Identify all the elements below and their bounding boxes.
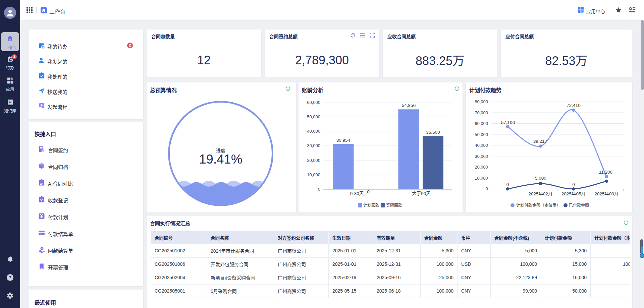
svg-text:2025年02月: 2025年02月: [528, 191, 552, 196]
svg-text:0: 0: [486, 186, 488, 191]
svg-text:5,000: 5,000: [535, 176, 546, 181]
svg-text:57,100: 57,100: [501, 120, 515, 125]
svg-text:60,000: 60,000: [307, 100, 320, 105]
svg-text:0-30天: 0-30天: [350, 191, 364, 196]
svg-text:计划回款: 计划回款: [363, 203, 379, 208]
svg-text:0: 0: [367, 189, 370, 194]
svg-text:0: 0: [506, 182, 509, 187]
svg-text:2025年09月: 2025年09月: [594, 191, 619, 196]
svg-text:50,000: 50,000: [475, 132, 488, 137]
svg-text:2025年05月: 2025年05月: [561, 191, 586, 196]
svg-text:50,000: 50,000: [307, 114, 320, 119]
svg-text:60,000: 60,000: [475, 121, 488, 126]
svg-text:30,000: 30,000: [307, 143, 320, 148]
svg-text:30,000: 30,000: [475, 154, 488, 159]
svg-text:实际回款: 实际回款: [386, 203, 402, 208]
svg-text:36,500: 36,500: [426, 130, 440, 135]
svg-text:0: 0: [318, 187, 320, 192]
svg-text:54,856: 54,856: [402, 103, 416, 108]
svg-text:20,000: 20,000: [475, 165, 488, 170]
svg-text:19.41%: 19.41%: [199, 152, 243, 166]
svg-text:40,000: 40,000: [307, 129, 320, 134]
svg-text:10,000: 10,000: [475, 176, 488, 181]
svg-text:大于90天: 大于90天: [412, 191, 431, 196]
svg-text:0: 0: [572, 182, 575, 187]
svg-text:39,217: 39,217: [533, 139, 547, 144]
svg-text:72,410: 72,410: [567, 103, 580, 108]
svg-text:?: ?: [9, 275, 11, 280]
svg-text:计划付款金额（本位币）: 计划付款金额（本位币）: [516, 203, 560, 208]
svg-text:10,000: 10,000: [307, 172, 320, 177]
svg-text:已付款金额: 已付款金额: [569, 203, 589, 208]
svg-text:11,200: 11,200: [599, 170, 612, 175]
svg-text:AI: AI: [9, 101, 11, 104]
svg-text:30,954: 30,954: [336, 138, 351, 143]
svg-text:¥: ¥: [41, 247, 43, 250]
svg-text:40,000: 40,000: [475, 143, 488, 148]
svg-text:20,000: 20,000: [307, 158, 320, 163]
svg-text:80,000: 80,000: [475, 99, 488, 104]
svg-text:70,000: 70,000: [475, 110, 488, 115]
